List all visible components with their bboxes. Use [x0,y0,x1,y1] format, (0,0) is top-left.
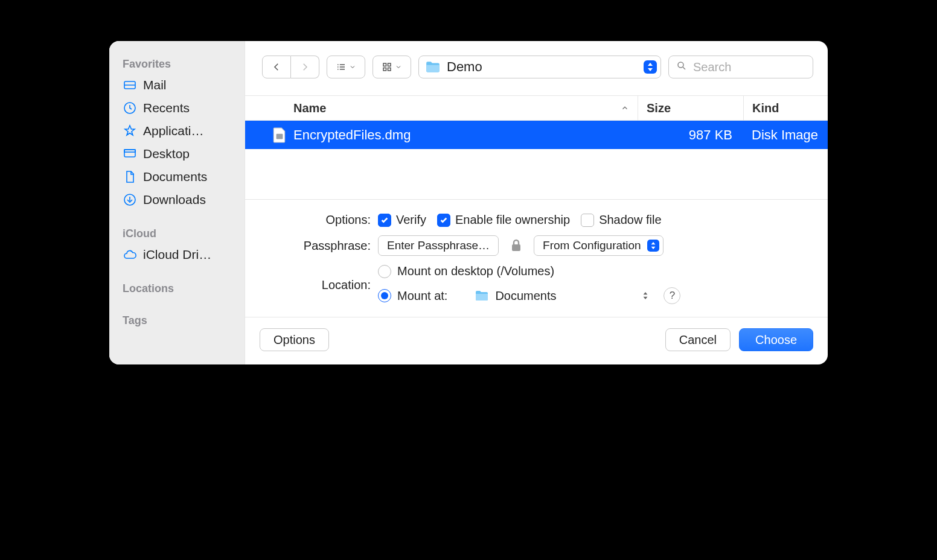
choose-button[interactable]: Choose [739,328,813,351]
file-name: EncryptedFiles.dmg [293,127,411,143]
updown-icon [642,292,648,299]
file-list: EncryptedFiles.dmg 987 KB Disk Image [245,121,828,199]
document-icon [123,170,137,184]
checkbox-ownership[interactable]: Enable file ownership [437,213,570,227]
radio-mount-desktop[interactable]: Mount on desktop (/Volumes) [378,264,554,278]
updown-icon [647,240,659,252]
back-button[interactable] [262,56,291,78]
footer: Options Cancel Choose [245,317,828,364]
column-size[interactable]: Size [638,96,743,120]
enter-passphrase-button[interactable]: Enter Passphrase… [378,235,499,256]
sidebar-section-locations: Locations [117,280,237,296]
svg-rect-3 [124,150,135,152]
search-field[interactable] [668,56,813,78]
file-kind: Disk Image [743,127,828,143]
radio-icon [378,265,391,278]
checkbox-label: Verify [396,213,426,227]
sidebar-section-favorites: Favorites [117,56,237,72]
sidebar-item-label: Downloads [143,192,206,207]
sidebar-item-icloud-drive[interactable]: iCloud Dri… [117,245,237,264]
radio-icon [378,289,391,302]
updown-icon [644,60,657,74]
download-icon [123,192,137,207]
checkbox-shadow[interactable]: Shadow file [581,213,661,227]
sidebar-item-downloads[interactable]: Downloads [117,190,237,209]
open-panel: Favorites Mail Recents Applicati… Deskto… [109,41,828,364]
svg-rect-11 [512,244,520,251]
sidebar-section-tags: Tags [117,312,237,328]
sidebar-item-documents[interactable]: Documents [117,167,237,186]
svg-point-9 [678,62,683,68]
toolbar: Demo [245,41,828,82]
main-panel: Demo Name Size Kind [245,41,828,364]
lock-icon [510,238,523,253]
search-input[interactable] [692,60,828,75]
sidebar-item-label: iCloud Dri… [143,247,211,262]
svg-rect-6 [388,63,391,66]
radio-label: Mount on desktop (/Volumes) [397,264,554,278]
checkbox-label: Enable file ownership [455,213,570,227]
radio-mount-at[interactable]: Mount at: [378,289,447,303]
search-icon [676,60,687,74]
path-label: Demo [447,59,638,75]
popup-value: From Configuration [543,239,641,252]
sidebar-section-icloud: iCloud [117,225,237,241]
svg-rect-2 [124,150,135,157]
apps-icon [123,124,137,138]
svg-rect-10 [277,133,283,139]
folder-icon [425,60,441,74]
sidebar-item-label: Desktop [143,147,190,161]
view-grid-button[interactable] [373,56,411,78]
folder-icon [475,290,489,302]
sidebar-item-applications[interactable]: Applicati… [117,121,237,141]
svg-rect-7 [383,68,386,71]
file-size: 987 KB [638,127,743,143]
mount-location-popup[interactable]: Documents [468,285,655,306]
sidebar-item-label: Recents [143,101,190,115]
sidebar-item-recents[interactable]: Recents [117,98,237,118]
sidebar-item-label: Applicati… [143,124,203,138]
checkbox-icon [378,214,391,227]
checkbox-label: Shadow file [599,213,661,227]
path-popup[interactable]: Demo [418,56,661,78]
clock-icon [123,101,137,115]
sidebar: Favorites Mail Recents Applicati… Deskto… [109,41,245,364]
list-item[interactable]: EncryptedFiles.dmg 987 KB Disk Image [245,121,828,149]
column-name[interactable]: Name [245,101,638,115]
column-headers: Name Size Kind [245,95,828,121]
dmg-file-icon [273,127,286,143]
passphrase-label: Passphrase: [269,239,378,253]
checkbox-icon [581,214,594,227]
help-button[interactable]: ? [664,287,680,304]
tray-icon [123,78,137,92]
sidebar-item-label: Mail [143,78,167,92]
radio-label: Mount at: [397,289,447,303]
column-size-label: Size [647,101,671,115]
forward-button[interactable] [291,56,319,78]
nav-buttons [262,56,319,78]
checkbox-verify[interactable]: Verify [378,213,426,227]
svg-rect-8 [388,68,391,71]
sidebar-item-label: Documents [143,170,207,184]
cancel-button[interactable]: Cancel [665,328,731,351]
column-kind-label: Kind [752,101,779,115]
sidebar-item-desktop[interactable]: Desktop [117,144,237,164]
options-panel: Options: Verify Enable file ownership Sh… [245,199,828,317]
sidebar-item-mail[interactable]: Mail [117,75,237,95]
cloud-icon [123,247,137,262]
location-label: Location: [269,278,378,292]
passphrase-source-popup[interactable]: From Configuration [534,235,664,256]
column-kind[interactable]: Kind [743,96,828,120]
svg-rect-5 [383,63,386,66]
popup-value: Documents [495,289,556,303]
options-button[interactable]: Options [260,328,329,351]
view-list-button[interactable] [327,56,365,78]
sort-ascending-icon [621,101,629,115]
checkbox-icon [437,214,450,227]
desktop-icon [123,147,137,161]
options-label: Options: [269,213,378,227]
column-name-label: Name [293,101,326,115]
